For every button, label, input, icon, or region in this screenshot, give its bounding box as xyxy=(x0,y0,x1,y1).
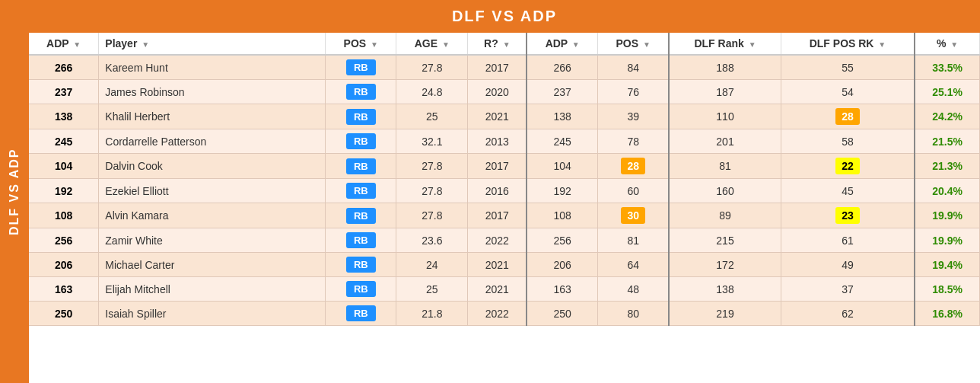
cell-adp: 250 xyxy=(29,302,99,326)
table-body: 266Kareem HuntRB27.82017266841885533.5%2… xyxy=(29,55,980,326)
cell-dlf-rank: 138 xyxy=(669,277,781,302)
cell-player-name: Elijah Mitchell xyxy=(99,277,326,302)
cell-r: 2017 xyxy=(468,154,527,179)
filter-icon-player[interactable]: ▼ xyxy=(142,40,149,49)
cell-pos-val: 80 xyxy=(598,302,670,326)
pos-badge: RB xyxy=(346,59,376,75)
cell-pos-val: 28 xyxy=(598,154,670,179)
table-row: 138Khalil HerbertRB252021138391102824.2% xyxy=(29,104,980,129)
pos-badge: RB xyxy=(346,281,376,297)
cell-adp: 108 xyxy=(29,203,99,228)
cell-r: 2022 xyxy=(468,228,527,253)
cell-adp: 163 xyxy=(29,277,99,302)
cell-age: 32.1 xyxy=(396,129,468,154)
dlf-pos-highlight-badge: 28 xyxy=(835,108,860,125)
cell-dlf-rank: 160 xyxy=(669,179,781,203)
cell-r: 2017 xyxy=(468,203,527,228)
cell-age: 23.6 xyxy=(396,228,468,253)
cell-r: 2021 xyxy=(468,253,527,277)
cell-dlf-pos-rk: 28 xyxy=(781,104,915,129)
cell-r: 2022 xyxy=(468,302,527,326)
col-header-age[interactable]: AGE ▼ xyxy=(396,33,468,55)
col-header-player[interactable]: Player ▼ xyxy=(99,33,326,55)
cell-r: 2020 xyxy=(468,80,527,104)
filter-icon-pct[interactable]: ▼ xyxy=(950,40,958,49)
table-row: 192Ezekiel ElliottRB27.82016192601604520… xyxy=(29,179,980,203)
cell-pct: 20.4% xyxy=(915,179,979,203)
col-header-pos-val[interactable]: POS ▼ xyxy=(598,33,670,55)
cell-pos-val: 76 xyxy=(598,80,670,104)
col-header-r[interactable]: R? ▼ xyxy=(468,33,527,55)
cell-age: 25 xyxy=(396,277,468,302)
cell-r: 2021 xyxy=(468,104,527,129)
pos-badge: RB xyxy=(346,109,376,125)
cell-dlf-rank: 81 xyxy=(669,154,781,179)
cell-pct: 16.8% xyxy=(915,302,979,326)
cell-dlf-pos-rk: 45 xyxy=(781,179,915,203)
table-container: ADP ▼ Player ▼ POS ▼ AGE xyxy=(29,33,980,383)
cell-adp: 192 xyxy=(29,179,99,203)
table-row: 245Cordarrelle PattersonRB32.12013245782… xyxy=(29,129,980,154)
cell-pos: RB xyxy=(326,129,396,154)
cell-pct: 18.5% xyxy=(915,277,979,302)
filter-icon-dlf-pos-rk[interactable]: ▼ xyxy=(878,40,886,49)
cell-player-name: Michael Carter xyxy=(99,253,326,277)
col-header-dlf-rank[interactable]: DLF Rank ▼ xyxy=(669,33,781,55)
cell-adp: 206 xyxy=(29,253,99,277)
table-row: 237James RobinsonRB24.82020237761875425.… xyxy=(29,80,980,104)
cell-pos-val: 81 xyxy=(598,228,670,253)
filter-icon-pos[interactable]: ▼ xyxy=(371,40,378,49)
cell-pos-val: 60 xyxy=(598,179,670,203)
cell-dlf-pos-rk: 49 xyxy=(781,253,915,277)
cell-adp-val: 138 xyxy=(527,104,597,129)
table-row: 108Alvin KamaraRB27.8201710830892319.9% xyxy=(29,203,980,228)
cell-pct: 19.9% xyxy=(915,203,979,228)
pos-badge: RB xyxy=(346,84,376,100)
cell-player-name: Alvin Kamara xyxy=(99,203,326,228)
cell-pos: RB xyxy=(326,179,396,203)
pos-highlight-badge: 28 xyxy=(621,158,645,174)
cell-age: 21.8 xyxy=(396,302,468,326)
pos-badge: RB xyxy=(346,305,376,321)
cell-r: 2017 xyxy=(468,55,527,80)
col-header-dlf-pos-rk[interactable]: DLF POS RK ▼ xyxy=(781,33,915,55)
data-table: ADP ▼ Player ▼ POS ▼ AGE xyxy=(29,33,980,326)
pos-badge: RB xyxy=(346,133,376,149)
cell-player-name: Cordarrelle Patterson xyxy=(99,129,326,154)
cell-pct: 19.9% xyxy=(915,228,979,253)
col-header-adp-val[interactable]: ADP ▼ xyxy=(527,33,597,55)
filter-icon-dlf-rank[interactable]: ▼ xyxy=(749,40,756,49)
cell-dlf-pos-rk: 58 xyxy=(781,129,915,154)
table-row: 256Zamir WhiteRB23.62022256812156119.9% xyxy=(29,228,980,253)
filter-icon-adp-val[interactable]: ▼ xyxy=(572,40,580,49)
cell-age: 25 xyxy=(396,104,468,129)
cell-player-name: Kareem Hunt xyxy=(99,55,326,80)
cell-r: 2021 xyxy=(468,277,527,302)
cell-adp-val: 206 xyxy=(527,253,597,277)
table-row: 206Michael CarterRB242021206641724919.4% xyxy=(29,253,980,277)
cell-dlf-rank: 215 xyxy=(669,228,781,253)
col-header-adp[interactable]: ADP ▼ xyxy=(29,33,99,55)
page-title: DLF VS ADP xyxy=(29,0,980,33)
col-header-pct[interactable]: % ▼ xyxy=(915,33,979,55)
cell-adp-val: 237 xyxy=(527,80,597,104)
filter-icon-r[interactable]: ▼ xyxy=(503,40,511,49)
pos-badge: RB xyxy=(346,183,376,199)
cell-r: 2013 xyxy=(468,129,527,154)
cell-dlf-rank: 219 xyxy=(669,302,781,326)
table-row: 163Elijah MitchellRB252021163481383718.5… xyxy=(29,277,980,302)
cell-pos-val: 64 xyxy=(598,253,670,277)
cell-adp: 245 xyxy=(29,129,99,154)
filter-icon-pos-val[interactable]: ▼ xyxy=(643,40,651,49)
cell-adp: 138 xyxy=(29,104,99,129)
filter-icon-age[interactable]: ▼ xyxy=(442,40,450,49)
cell-dlf-pos-rk: 62 xyxy=(781,302,915,326)
cell-adp: 256 xyxy=(29,228,99,253)
cell-age: 27.8 xyxy=(396,203,468,228)
filter-icon-adp[interactable]: ▼ xyxy=(73,40,81,49)
col-header-pos[interactable]: POS ▼ xyxy=(326,33,396,55)
cell-pos-val: 84 xyxy=(598,55,670,80)
cell-pct: 21.3% xyxy=(915,154,979,179)
cell-dlf-rank: 89 xyxy=(669,203,781,228)
pos-badge: RB xyxy=(346,208,376,224)
